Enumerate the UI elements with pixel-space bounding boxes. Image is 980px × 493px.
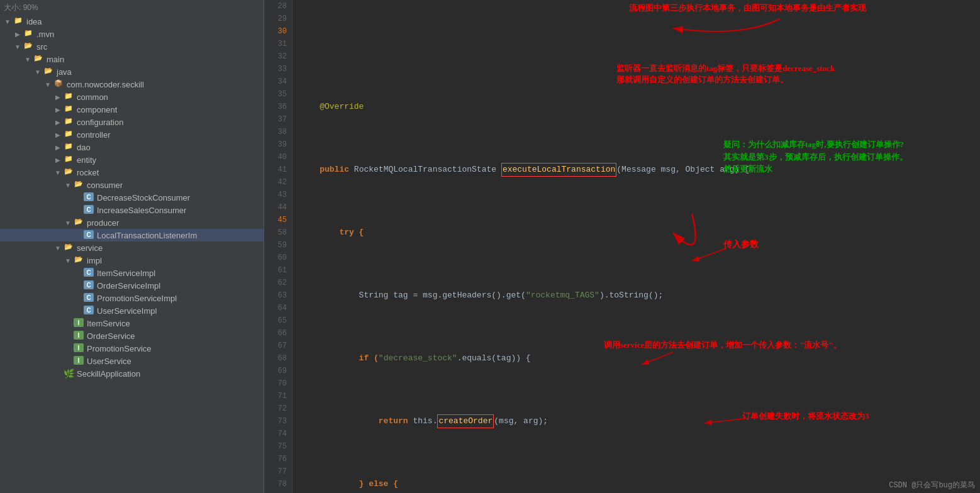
tree-item-promotion-service-impl[interactable]: ▶ C PromotionServiceImpl xyxy=(0,292,264,304)
folder-icon: 📁 xyxy=(13,16,24,26)
tree-label: UserService xyxy=(87,357,131,366)
spring-icon: 🌿 xyxy=(63,368,74,379)
tree-label: IncreaseSalesConsumer xyxy=(97,206,186,215)
tree-label: com.nowcoder.seckill xyxy=(67,80,144,89)
expand-arrow: ▶ xyxy=(53,119,63,126)
csdn-watermark: CSDN @只会写bug的菜鸟 xyxy=(889,480,975,490)
tree-item-component[interactable]: ▶ 📁 component xyxy=(0,103,264,116)
tree-label: controller xyxy=(77,130,110,140)
tree-item-consumer[interactable]: ▼ 📂 consumer xyxy=(0,179,264,191)
tree-item-local-transaction[interactable]: ▶ C LocalTransactionListenerIm xyxy=(0,229,264,241)
folder-icon: 📂 xyxy=(33,54,44,64)
tree-label: main xyxy=(47,55,64,64)
tree-item-seckill-application[interactable]: ▶ 🌿 SeckillApplication xyxy=(0,367,264,380)
tree-item-common[interactable]: ▶ 📁 common xyxy=(0,91,264,103)
tree-label: src xyxy=(36,42,47,52)
folder-icon: 📁 xyxy=(63,155,74,165)
folder-icon: 📂 xyxy=(23,42,34,52)
tree-label: rocket xyxy=(77,168,99,177)
class-icon: C xyxy=(83,293,94,303)
tree-item-dao[interactable]: ▶ 📁 dao xyxy=(0,141,264,153)
class-icon: C xyxy=(83,192,94,202)
package-icon: 📦 xyxy=(53,79,64,89)
folder-icon: 📁 xyxy=(63,142,74,152)
tree-item-producer[interactable]: ▼ 📂 producer xyxy=(0,216,264,229)
keyword-if: if ( xyxy=(300,352,379,365)
tree-item-main[interactable]: ▼ 📂 main xyxy=(0,53,264,65)
params: (Message msg, Object arg) { xyxy=(616,163,749,176)
folder-icon: 📂 xyxy=(73,255,84,265)
tree-label: idea xyxy=(26,17,42,26)
tree-item-package[interactable]: ▼ 📦 com.nowcoder.seckill xyxy=(0,78,264,91)
tree-item-item-service-impl[interactable]: ▶ C ItemServiceImpl xyxy=(0,267,264,279)
tree-item-rocket[interactable]: ▼ 📂 rocket xyxy=(0,166,264,179)
tree-item-promotion-service[interactable]: ▶ I PromotionService xyxy=(0,342,264,355)
tree-label: UserServiceImpl xyxy=(97,306,157,316)
tree-label: ItemServiceImpl xyxy=(97,269,155,278)
code-editor: 28 29 30 31 32 33 34 35 36 37 38 39 40 4… xyxy=(264,0,980,493)
code-line-31: try { xyxy=(300,226,972,239)
tree-item-configuration[interactable]: ▶ 📁 configuration xyxy=(0,116,264,128)
tree-label: OrderService xyxy=(87,331,135,341)
tree-item-user-service[interactable]: ▶ I UserService xyxy=(0,355,264,367)
tree-item-item-service[interactable]: ▶ I ItemService xyxy=(0,317,264,330)
create-order-highlight: createOrder xyxy=(437,414,494,428)
tree-item-order-service[interactable]: ▶ I OrderService xyxy=(0,330,264,342)
folder-icon: 📁 xyxy=(63,104,74,114)
string-literal: "rocketmq_TAGS" xyxy=(526,289,599,302)
class-icon: C xyxy=(83,306,94,316)
tree-label: dao xyxy=(77,143,91,152)
interface-icon: I xyxy=(73,331,84,341)
expand-arrow: ▶ xyxy=(53,106,63,113)
tree-label: producer xyxy=(87,218,119,228)
folder-icon: 📁 xyxy=(63,130,74,140)
expand-arrow: ▼ xyxy=(43,81,53,88)
csdn-text: CSDN @只会写bug的菜鸟 xyxy=(889,481,975,490)
tree-label: PromotionService xyxy=(87,344,152,353)
tree-item-decrease-stock-consumer[interactable]: ▶ C DecreaseStockConsumer xyxy=(0,191,264,204)
tree-item-controller[interactable]: ▶ 📁 controller xyxy=(0,128,264,141)
expand-arrow: ▼ xyxy=(23,56,33,63)
code-line-32: String tag = msg.getHeaders().get( "rock… xyxy=(300,289,972,302)
folder-icon: 📁 xyxy=(23,29,34,39)
tree-item-impl[interactable]: ▼ 📂 impl xyxy=(0,254,264,267)
interface-icon: I xyxy=(73,343,84,353)
folder-icon: 📂 xyxy=(73,218,84,228)
folder-icon: 📁 xyxy=(63,92,74,102)
expand-arrow: ▼ xyxy=(13,43,23,50)
code-line-30: public RocketMQLocalTransactionState exe… xyxy=(300,163,972,176)
folder-icon: 📂 xyxy=(63,243,74,253)
interface-icon: I xyxy=(73,318,84,328)
code-line-33: if ( "decrease_stock" .equals(tag)) { xyxy=(300,352,972,365)
folder-icon: 📂 xyxy=(63,167,74,177)
code-line-34: return this. createOrder (msg, arg); xyxy=(300,415,972,428)
tree-label: OrderServiceImpl xyxy=(97,281,160,291)
file-tree: 大小: 90% ▼ 📁 idea ▶ 📁 .mvn ▼ 📂 src ▼ 📂 ma… xyxy=(0,0,264,493)
tree-item-java[interactable]: ▼ 📂 java xyxy=(0,65,264,78)
tree-item-entity[interactable]: ▶ 📁 entity xyxy=(0,153,264,166)
expand-arrow: ▶ xyxy=(53,94,63,101)
tree-label: component xyxy=(77,105,117,114)
keyword-try: try { xyxy=(300,226,364,239)
code-equals: .equals(tag)) { xyxy=(457,352,531,365)
expand-arrow: ▶ xyxy=(53,144,63,151)
expand-arrow: ▶ xyxy=(53,157,63,163)
tree-label: service xyxy=(77,243,103,253)
interface-icon: I xyxy=(73,356,84,366)
tree-label: LocalTransactionListenerIm xyxy=(97,231,197,240)
expand-arrow: ▼ xyxy=(63,219,73,226)
tree-item-mvn[interactable]: ▶ 📁 .mvn xyxy=(0,28,264,40)
tree-item-increase-sales-consumer[interactable]: ▶ C IncreaseSalesConsumer xyxy=(0,204,264,216)
tree-item-user-service-impl[interactable]: ▶ C UserServiceImpl xyxy=(0,304,264,317)
code-args: (msg, arg); xyxy=(494,415,548,428)
expand-arrow: ▼ xyxy=(53,169,63,176)
tree-label: DecreaseStockConsumer xyxy=(97,193,190,202)
tree-item-src[interactable]: ▼ 📂 src xyxy=(0,40,264,53)
tree-label: configuration xyxy=(77,118,123,127)
tree-item-order-service-impl[interactable]: ▶ C OrderServiceImpl xyxy=(0,279,264,292)
tree-item-service[interactable]: ▼ 📂 service xyxy=(0,241,264,254)
folder-icon: 📂 xyxy=(43,67,54,77)
tree-label: common xyxy=(77,92,108,102)
keyword-public: public xyxy=(300,163,354,176)
tree-root[interactable]: ▼ 📁 idea xyxy=(0,15,264,28)
